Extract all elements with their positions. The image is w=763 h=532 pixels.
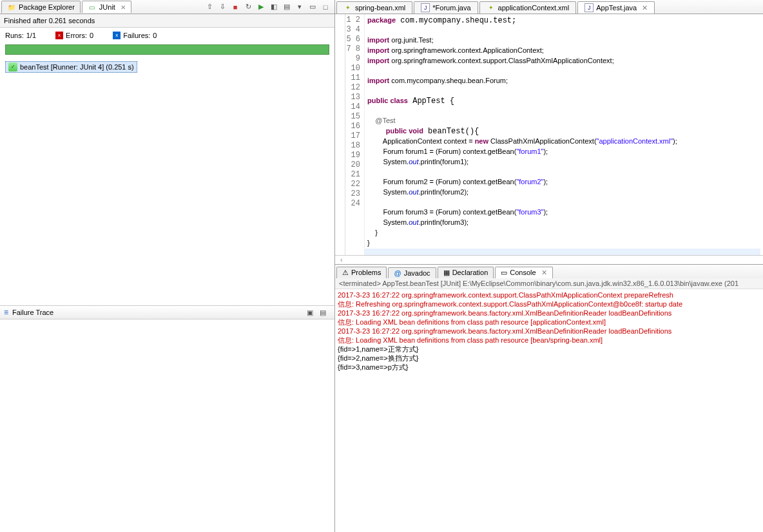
lock-icon[interactable]: ▤ xyxy=(282,2,292,12)
test-item-label: beanTest [Runner: JUnit 4] (0.251 s) xyxy=(20,63,134,71)
junit-icon: ▭ xyxy=(88,3,97,12)
next-icon[interactable]: ⇩ xyxy=(217,2,227,12)
tab-javadoc[interactable]: @ Javadoc xyxy=(388,267,436,278)
rerun-failed-icon[interactable]: ▶ xyxy=(256,2,266,12)
failures-stat: x Failures: 0 xyxy=(113,32,157,39)
rerun-icon[interactable]: ↻ xyxy=(243,2,253,12)
editor-tab-spring-bean[interactable]: ✦ spring-bean.xml xyxy=(336,1,412,14)
code-editor[interactable]: package package com.mycompany.shequ.test… xyxy=(365,14,763,255)
tab-package-explorer[interactable]: 📁 Package Explorer xyxy=(1,1,81,13)
test-tree[interactable]: ✓ beanTest [Runner: JUnit 4] (0.251 s) xyxy=(0,59,334,305)
pin-icon[interactable]: ▾ xyxy=(295,2,305,12)
console-icon: ▭ xyxy=(501,269,507,277)
editor-tab-appcontext[interactable]: ✦ applicationContext.xml xyxy=(479,1,577,14)
errors-stat: x Errors: 0 xyxy=(55,32,93,39)
minimize-icon[interactable]: ▭ xyxy=(307,2,318,12)
junit-status: Finished after 0.261 seconds xyxy=(0,14,334,28)
problems-icon: ⚠ xyxy=(342,269,349,277)
editor-area[interactable]: 1 2 3 4 5 6 7 8 9 10 11 12 13 14 15 16 1… xyxy=(335,14,763,255)
tab-declaration[interactable]: ▦ Declaration xyxy=(438,267,494,278)
left-tab-row: 📁 Package Explorer ▭ JUnit ✕ ⇧ ⇩ ■ ↻ ▶ ◧… xyxy=(0,0,334,14)
console-output[interactable]: 2017-3-23 16:27:22 org.springframework.c… xyxy=(335,289,763,533)
xml-file-icon: ✦ xyxy=(343,3,353,12)
finished-text: Finished after 0.261 seconds xyxy=(4,17,95,24)
javadoc-icon: @ xyxy=(394,269,401,277)
failure-trace-title: Failure Trace xyxy=(12,309,53,316)
failure-icon: x xyxy=(113,32,121,39)
close-icon[interactable]: ✕ xyxy=(121,4,126,11)
marker-gutter[interactable] xyxy=(335,14,345,255)
junit-toolbar: ⇧ ⇩ ■ ↻ ▶ ◧ ▤ ▾ ▭ □ xyxy=(204,2,333,12)
history-icon[interactable]: ◧ xyxy=(269,2,279,12)
test-item[interactable]: ✓ beanTest [Runner: JUnit 4] (0.251 s) xyxy=(5,61,137,73)
failure-trace-body[interactable] xyxy=(0,319,334,532)
filter-icon[interactable]: ▤ xyxy=(318,307,328,318)
prev-icon[interactable]: ⇧ xyxy=(204,2,215,12)
editor-tabs: ✦ spring-bean.xml J *Forum.java ✦ applic… xyxy=(335,0,763,14)
compare-icon[interactable]: ▣ xyxy=(305,307,315,318)
tab-problems[interactable]: ⚠ Problems xyxy=(336,267,387,278)
package-explorer-icon: 📁 xyxy=(7,3,16,12)
editor-tab-apptest[interactable]: J AppTest.java ✕ xyxy=(577,1,655,14)
junit-stats: Runs: 1/1 x Errors: 0 x Failures: 0 xyxy=(0,28,334,43)
right-pane: ✦ spring-bean.xml J *Forum.java ✦ applic… xyxy=(335,0,763,532)
line-numbers: 1 2 3 4 5 6 7 8 9 10 11 12 13 14 15 16 1… xyxy=(345,14,365,255)
editor-tab-forum[interactable]: J *Forum.java xyxy=(414,1,478,14)
trace-menu-icon[interactable]: ≡ xyxy=(4,308,8,317)
java-file-icon: J xyxy=(421,3,430,12)
console-header: <terminated> AppTest.beanTest [JUnit] E:… xyxy=(335,278,763,289)
progress-bar xyxy=(5,44,329,55)
java-file-icon: J xyxy=(584,3,594,12)
close-icon[interactable]: ✕ xyxy=(541,269,547,277)
runs-stat: Runs: 1/1 xyxy=(5,32,36,39)
error-icon: x xyxy=(55,32,63,39)
test-pass-icon: ✓ xyxy=(8,62,17,71)
tab-label: JUnit xyxy=(99,3,115,11)
maximize-icon[interactable]: □ xyxy=(320,2,331,12)
close-icon[interactable]: ✕ xyxy=(642,4,648,12)
declaration-icon: ▦ xyxy=(443,269,450,277)
bottom-tabs: ⚠ Problems @ Javadoc ▦ Declaration ▭ Con… xyxy=(335,264,763,278)
tab-junit[interactable]: ▭ JUnit ✕ xyxy=(82,1,131,13)
failure-trace-header: ≡ Failure Trace ▣ ▤ xyxy=(0,305,334,319)
editor-scrollbar[interactable]: ‹ xyxy=(335,255,763,264)
tab-console[interactable]: ▭ Console ✕ xyxy=(495,267,552,278)
tab-label: Package Explorer xyxy=(19,3,75,11)
xml-file-icon: ✦ xyxy=(487,3,496,12)
left-pane: 📁 Package Explorer ▭ JUnit ✕ ⇧ ⇩ ■ ↻ ▶ ◧… xyxy=(0,0,335,532)
stop-icon[interactable]: ■ xyxy=(230,2,240,12)
